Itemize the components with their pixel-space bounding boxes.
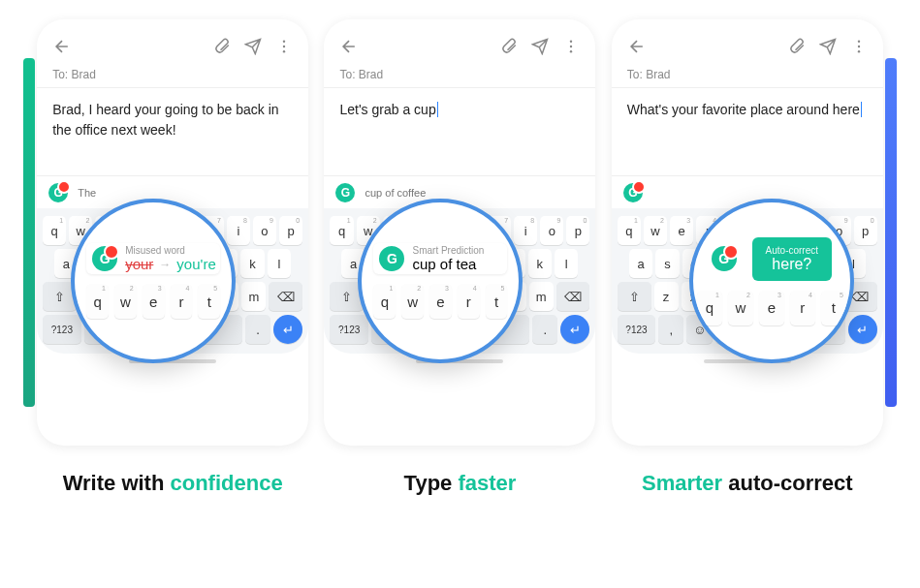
backspace-key[interactable]: ⌫ [269,282,302,311]
key-o[interactable]: o9 [253,216,276,245]
key-m[interactable]: m [529,282,554,311]
svg-point-1 [283,46,285,47]
key-s[interactable]: s [655,249,679,278]
suggestion-text[interactable]: cup of coffee [365,187,584,199]
send-icon[interactable] [819,38,837,55]
message-body[interactable]: Let's grab a cup [324,88,595,175]
zoom-lens: G Misused word your → you're q1w2e3r4t5 [71,199,236,363]
key-t[interactable]: t5 [821,291,846,325]
zoom-keys: q1w2e3r4t5 [86,284,220,319]
enter-key[interactable]: ↵ [848,315,877,344]
zoom-keys: q1w2e3r4t5 [373,284,507,319]
grammarly-icon: G [92,246,117,271]
enter-key[interactable]: ↵ [273,315,302,344]
back-icon[interactable] [52,37,72,56]
zoom-lens: G Auto-correct here? q1w2e3r4t5 [689,199,854,363]
key-q[interactable]: q1 [43,216,66,245]
key-i[interactable]: i8 [227,216,250,245]
more-icon[interactable] [275,38,293,55]
key-t[interactable]: t5 [198,284,220,319]
key-l[interactable]: l [268,249,291,278]
period-key[interactable]: . [245,315,270,344]
misused-word: your [125,256,153,272]
arrow-icon: → [159,258,171,271]
key-k[interactable]: k [240,249,264,278]
key-q[interactable]: q1 [330,216,353,245]
key-e[interactable]: e3 [759,291,784,325]
comma-key[interactable]: , [658,315,683,344]
key-w[interactable]: w2 [644,216,667,245]
phone-card-3: To: Brad What's your favorite place arou… [612,19,883,446]
message-body[interactable]: What's your favorite place around here [612,88,883,175]
key-z[interactable]: z [654,282,679,311]
prediction-text[interactable]: cup of tea [412,256,476,272]
period-key[interactable]: . [532,315,557,344]
svg-point-7 [858,46,860,47]
zoom-label: Smart Prediction [412,245,484,256]
text-cursor [437,102,438,117]
correction[interactable]: you're [176,256,215,272]
key-q[interactable]: q1 [697,291,722,325]
key-p[interactable]: p0 [566,216,589,245]
symbols-key[interactable]: ?123 [43,315,80,344]
send-icon[interactable] [244,38,262,55]
key-t[interactable]: t5 [486,284,508,319]
grammarly-icon: G [379,246,404,271]
key-r[interactable]: r4 [458,284,480,319]
grammarly-icon[interactable]: G [623,183,643,202]
grammarly-icon[interactable]: G [335,183,355,202]
key-q[interactable]: q1 [373,284,396,319]
to-field[interactable]: To: Brad [37,64,308,88]
caption-2: Type faster [324,470,595,498]
zoom-label: Misused word [125,245,216,256]
svg-point-2 [283,50,285,52]
to-field[interactable]: To: Brad [612,64,883,88]
key-p[interactable]: p0 [279,216,302,245]
text-cursor [861,102,862,117]
key-w[interactable]: w2 [728,291,753,325]
key-o[interactable]: o9 [540,216,563,245]
attach-icon[interactable] [788,38,806,55]
accent-strip [885,58,897,407]
more-icon[interactable] [562,38,580,55]
svg-point-6 [858,41,860,43]
key-w[interactable]: w2 [114,284,137,319]
grammarly-icon: G [712,246,737,271]
grammarly-icon[interactable]: G [48,183,68,202]
key-a[interactable]: a [629,249,652,278]
key-e[interactable]: e3 [670,216,693,245]
attach-icon[interactable] [213,38,231,55]
phone-card-1: To: Brad Brad, I heard your going to be … [37,19,308,446]
symbols-key[interactable]: ?123 [618,315,655,344]
key-q[interactable]: q1 [86,284,109,319]
svg-point-4 [570,46,572,47]
back-icon[interactable] [339,37,359,56]
key-e[interactable]: e3 [143,284,165,319]
key-r[interactable]: r4 [171,284,193,319]
key-e[interactable]: e3 [429,284,452,319]
key-m[interactable]: m [241,282,266,311]
key-p[interactable]: p0 [854,216,877,245]
key-q[interactable]: q1 [618,216,641,245]
attach-icon[interactable] [500,38,518,55]
zoom-label: Auto-correct [766,245,818,256]
symbols-key[interactable]: ?123 [330,315,367,344]
send-icon[interactable] [531,38,549,55]
key-k[interactable]: k [528,249,552,278]
key-r[interactable]: r4 [790,291,815,325]
shift-key[interactable]: ⇧ [618,282,651,311]
key-l[interactable]: l [555,249,578,278]
svg-point-5 [570,50,572,52]
suggestion-text[interactable]: The [78,187,297,199]
to-field[interactable]: To: Brad [324,64,595,88]
more-icon[interactable] [850,38,868,55]
message-body[interactable]: Brad, I heard your going to be back in t… [37,88,308,175]
key-w[interactable]: w2 [401,284,424,319]
key-i[interactable]: i8 [514,216,537,245]
enter-key[interactable]: ↵ [560,315,589,344]
backspace-key[interactable]: ⌫ [556,282,590,311]
caption-1: Write with confidence [37,470,308,498]
autocorrect-bubble[interactable]: Auto-correct here? [752,237,832,281]
back-icon[interactable] [627,37,647,56]
phone-card-2: To: Brad Let's grab a cup G cup of coffe… [324,19,595,446]
